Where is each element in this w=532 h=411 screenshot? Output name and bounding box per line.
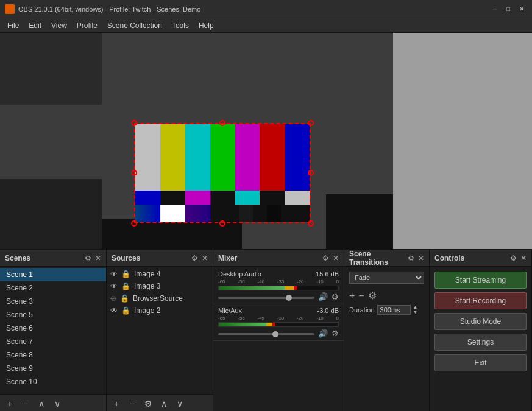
sources-close-icon[interactable]: ✕ — [202, 254, 208, 262]
mixer-mic-meter-green — [219, 323, 266, 326]
transitions-add-button[interactable]: + — [349, 290, 355, 301]
start-recording-button[interactable]: Start Recording — [434, 292, 527, 309]
duration-down-arrow[interactable]: ▼ — [413, 310, 418, 315]
smpte-bar-magenta — [235, 124, 260, 191]
sources-panel-title: Sources — [112, 254, 140, 262]
duration-input[interactable] — [377, 305, 411, 315]
mixer-panel-header: Mixer ⚙ ✕ — [213, 250, 344, 267]
scenes-panel-header: Scenes ⚙ ✕ — [0, 250, 106, 267]
scene-item[interactable]: Scene 1 — [0, 268, 106, 281]
mixer-panel: Mixer ⚙ ✕ Desktop Audio -15.6 dB -60-50-… — [213, 250, 344, 411]
menu-file[interactable]: File — [2, 18, 24, 33]
menu-profile[interactable]: Profile — [72, 18, 102, 33]
close-button[interactable]: ✕ — [516, 4, 527, 15]
smpte-bars-main — [135, 124, 310, 191]
scene-item[interactable]: Scene 5 — [0, 308, 106, 321]
source-name: Image 3 — [134, 282, 160, 290]
source-visibility-icon[interactable]: 👁 — [110, 282, 118, 290]
sources-panel-header: Sources ⚙ ✕ — [107, 250, 213, 267]
source-item[interactable]: ⊘🔒BrowserSource — [107, 292, 213, 304]
scene-item[interactable]: Scene 10 — [0, 375, 106, 388]
mixer-settings-icon[interactable]: ⚙ — [322, 254, 329, 262]
mixer-desktop-mute[interactable]: 🔊 — [318, 292, 328, 301]
source-lock-icon[interactable]: 🔒 — [121, 282, 130, 290]
preview-area — [0, 33, 532, 249]
menu-help[interactable]: Help — [194, 18, 219, 33]
start-streaming-button[interactable]: Start Streaming — [434, 272, 527, 289]
sources-up-button[interactable]: ∧ — [158, 398, 170, 410]
selection-handle-ml[interactable] — [131, 170, 137, 176]
mixer-desktop-meter-green — [219, 286, 285, 290]
source-visibility-icon[interactable]: 👁 — [110, 306, 118, 315]
selection-handle-tr[interactable] — [308, 120, 314, 126]
smpte-mid-6 — [285, 191, 310, 205]
source-item[interactable]: 👁🔒Image 3 — [107, 280, 213, 292]
menu-tools[interactable]: Tools — [167, 18, 194, 33]
controls-settings-icon[interactable]: ⚙ — [510, 254, 517, 262]
scenes-up-button[interactable]: ∧ — [35, 398, 48, 410]
sources-add-button[interactable]: + — [110, 398, 122, 410]
settings-button[interactable]: Settings — [434, 334, 527, 351]
sources-down-button[interactable]: ∨ — [174, 398, 186, 410]
selection-handle-tl[interactable] — [131, 120, 137, 126]
source-item[interactable]: 👁🔒Image 2 — [107, 304, 213, 317]
scene-item[interactable]: Scene 6 — [0, 321, 106, 335]
preview-dark-bl — [0, 179, 102, 249]
scene-item[interactable]: Scene 7 — [0, 335, 106, 348]
smpte-bot-6 — [267, 205, 281, 222]
sources-settings-icon[interactable]: ⚙ — [191, 254, 198, 262]
sources-list: 👁🔒Image 4👁🔒Image 3⊘🔒BrowserSource👁🔒Image… — [107, 267, 213, 394]
selection-handle-br[interactable] — [308, 220, 314, 227]
transitions-settings-icon[interactable]: ⚙ — [408, 254, 414, 262]
transitions-gear-button[interactable]: ⚙ — [368, 290, 377, 301]
source-lock-icon[interactable]: 🔒 — [120, 294, 129, 303]
controls-panel-icons: ⚙ ✕ — [510, 254, 527, 262]
mixer-desktop-meter — [218, 286, 339, 290]
mixer-close-icon[interactable]: ✕ — [333, 254, 339, 262]
mixer-mic-settings[interactable]: ⚙ — [332, 329, 339, 338]
transitions-close-icon[interactable]: ✕ — [418, 254, 424, 262]
menu-scene-collection[interactable]: Scene Collection — [102, 18, 167, 33]
source-item[interactable]: 👁🔒Image 4 — [107, 268, 213, 280]
scenes-close-icon[interactable]: ✕ — [95, 254, 101, 262]
source-visibility-icon[interactable]: ⊘ — [110, 294, 116, 303]
transitions-panel-icons: ⚙ ✕ — [408, 254, 424, 262]
selection-handle-bl[interactable] — [131, 220, 137, 227]
mixer-track-mic-header: Mic/Aux -3.0 dB — [218, 307, 339, 314]
scene-item[interactable]: Scene 2 — [0, 281, 106, 295]
transition-type-select[interactable]: Fade Cut Luma Wipe Stinger — [349, 272, 424, 284]
source-lock-icon[interactable]: 🔒 — [121, 270, 130, 278]
scenes-add-button[interactable]: + — [4, 398, 16, 410]
sources-settings-button[interactable]: ⚙ — [142, 398, 154, 410]
selection-handle-tc[interactable] — [219, 120, 225, 126]
scenes-settings-icon[interactable]: ⚙ — [85, 254, 91, 262]
controls-panel-title: Controls — [434, 254, 464, 262]
sources-remove-button[interactable]: − — [126, 398, 138, 410]
source-lock-icon[interactable]: 🔒 — [121, 306, 130, 315]
mixer-desktop-settings[interactable]: ⚙ — [332, 292, 339, 301]
minimize-button[interactable]: ─ — [489, 4, 500, 15]
scene-item[interactable]: Scene 8 — [0, 348, 106, 362]
duration-arrows[interactable]: ▲ ▼ — [413, 305, 418, 315]
mixer-track-desktop-db: -15.6 dB — [313, 270, 339, 278]
mixer-mic-mute[interactable]: 🔊 — [318, 329, 328, 338]
controls-close-icon[interactable]: ✕ — [520, 254, 527, 262]
scene-item[interactable]: Scene 9 — [0, 362, 106, 375]
mixer-desktop-slider[interactable] — [218, 297, 314, 299]
scenes-panel-icons: ⚙ ✕ — [85, 254, 101, 262]
mixer-panel-icons: ⚙ ✕ — [322, 254, 339, 262]
studio-mode-button[interactable]: Studio Mode — [434, 313, 527, 330]
scene-item[interactable]: Scene 3 — [0, 295, 106, 308]
selection-handle-bc[interactable] — [219, 220, 225, 227]
menu-view[interactable]: View — [46, 18, 72, 33]
mixer-mic-slider[interactable] — [218, 333, 314, 335]
transitions-remove-button[interactable]: − — [358, 290, 364, 301]
scenes-down-button[interactable]: ∨ — [51, 398, 63, 410]
scenes-remove-button[interactable]: − — [20, 398, 32, 410]
source-visibility-icon[interactable]: 👁 — [110, 270, 118, 278]
exit-button[interactable]: Exit — [434, 354, 527, 371]
selection-handle-mr[interactable] — [308, 170, 314, 176]
maximize-button[interactable]: □ — [503, 4, 514, 15]
menu-edit[interactable]: Edit — [24, 18, 46, 33]
mixer-track-desktop-name: Desktop Audio — [218, 270, 261, 278]
